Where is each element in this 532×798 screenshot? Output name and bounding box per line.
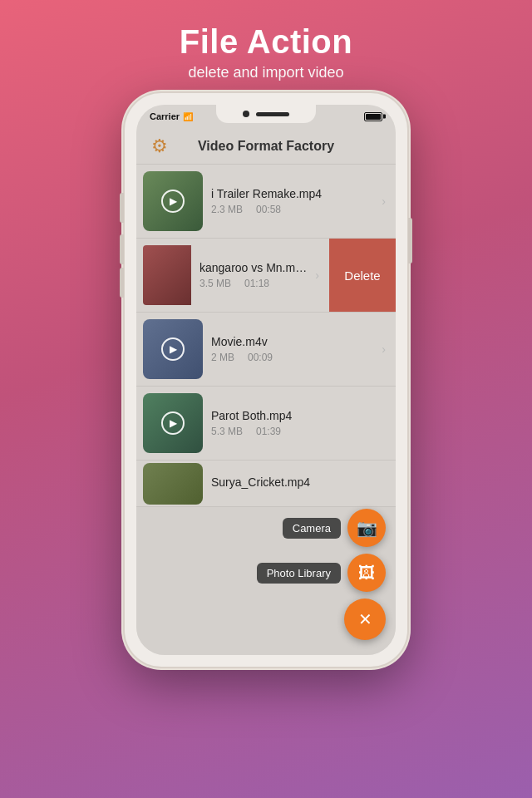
file-meta: 5.3 MB 01:39 bbox=[211, 426, 386, 437]
camera-label: Camera bbox=[283, 518, 341, 539]
page-header: File Action delete and import video bbox=[180, 0, 352, 93]
file-meta: 3.5 MB 01:18 bbox=[200, 278, 307, 289]
play-button[interactable]: ▶ bbox=[161, 337, 185, 361]
file-thumb: ▶ bbox=[143, 393, 203, 453]
phone-screen: Carrier 📶 4:37 PM ⚙ Video Format Factory bbox=[136, 105, 396, 655]
nav-bar: ⚙ Video Format Factory bbox=[136, 128, 396, 165]
file-duration: 00:58 bbox=[256, 204, 281, 215]
list-item[interactable]: Surya_Cricket.mp4 bbox=[136, 461, 396, 507]
front-camera-dot bbox=[243, 111, 249, 117]
file-info: Movie.m4v 2 MB 00:09 bbox=[211, 335, 373, 363]
file-thumb bbox=[143, 463, 203, 505]
file-list: ▶ i Trailer Remake.mp4 2.3 MB 00:58 › De… bbox=[136, 165, 396, 655]
battery-icon bbox=[364, 112, 382, 121]
fab-camera-row: Camera 📷 bbox=[283, 509, 386, 547]
photo-icon: 🖼 bbox=[358, 564, 375, 583]
fab-photo-row: Photo Library 🖼 bbox=[257, 554, 386, 592]
close-button[interactable]: ✕ bbox=[344, 598, 386, 640]
file-thumb: ▶ bbox=[143, 319, 203, 379]
speaker bbox=[256, 112, 289, 116]
chevron-right-icon: › bbox=[382, 195, 386, 208]
play-button[interactable]: ▶ bbox=[161, 411, 185, 435]
list-item[interactable]: Delete kangaroo vs Mn.mp4 3.5 MB 01:18 bbox=[136, 239, 396, 313]
photo-library-button[interactable]: 🖼 bbox=[347, 554, 386, 592]
list-item[interactable]: ▶ i Trailer Remake.mp4 2.3 MB 00:58 › bbox=[136, 165, 396, 239]
carrier-text: Carrier bbox=[150, 111, 180, 121]
file-name: kangaroo vs Mn.mp4 bbox=[200, 261, 307, 274]
file-size: 2 MB bbox=[211, 352, 234, 363]
file-size: 3.5 MB bbox=[200, 278, 231, 289]
file-name: i Trailer Remake.mp4 bbox=[211, 187, 373, 200]
file-name: Movie.m4v bbox=[211, 335, 373, 348]
nav-title: Video Format Factory bbox=[198, 139, 334, 154]
file-duration: 01:39 bbox=[256, 426, 281, 437]
file-duration: 01:18 bbox=[244, 278, 269, 289]
delete-button[interactable]: Delete bbox=[329, 239, 396, 312]
file-name: Parot Both.mp4 bbox=[211, 409, 386, 422]
chevron-right-icon: › bbox=[382, 342, 386, 356]
phone-notch bbox=[216, 105, 316, 123]
fab-close-row: ✕ bbox=[344, 598, 386, 640]
status-right bbox=[364, 112, 382, 121]
file-thumb: ▶ bbox=[143, 171, 203, 231]
file-size: 5.3 MB bbox=[211, 426, 243, 437]
file-name: Surya_Cricket.mp4 bbox=[211, 475, 386, 489]
battery-fill bbox=[366, 114, 381, 120]
file-meta: 2.3 MB 00:58 bbox=[211, 204, 373, 215]
file-info: kangaroo vs Mn.mp4 3.5 MB 01:18 bbox=[200, 261, 307, 289]
close-icon: ✕ bbox=[358, 609, 372, 629]
play-button[interactable]: ▶ bbox=[161, 190, 185, 213]
file-info: i Trailer Remake.mp4 2.3 MB 00:58 bbox=[211, 187, 373, 215]
file-meta: 2 MB 00:09 bbox=[211, 352, 373, 363]
file-thumb bbox=[143, 245, 191, 305]
file-info: Surya_Cricket.mp4 bbox=[211, 475, 386, 492]
wifi-icon: 📶 bbox=[183, 112, 193, 121]
camera-icon: 📷 bbox=[357, 518, 377, 538]
status-left: Carrier 📶 bbox=[150, 111, 193, 121]
phone-wrap: Carrier 📶 4:37 PM ⚙ Video Format Factory bbox=[125, 93, 407, 667]
list-item[interactable]: ▶ Movie.m4v 2 MB 00:09 › bbox=[136, 313, 396, 387]
fab-container: Camera 📷 Photo Library 🖼 ✕ bbox=[257, 509, 386, 640]
file-duration: 00:09 bbox=[248, 352, 273, 363]
camera-button[interactable]: 📷 bbox=[347, 509, 386, 547]
list-item[interactable]: ▶ Parot Both.mp4 5.3 MB 01:39 bbox=[136, 387, 396, 461]
photo-library-label: Photo Library bbox=[257, 563, 341, 584]
screen-inner: Carrier 📶 4:37 PM ⚙ Video Format Factory bbox=[136, 105, 396, 655]
page-title: File Action bbox=[180, 23, 352, 61]
file-info: Parot Both.mp4 5.3 MB 01:39 bbox=[211, 409, 386, 437]
chevron-right-icon: › bbox=[315, 268, 319, 282]
file-size: 2.3 MB bbox=[211, 204, 243, 215]
page-subtitle: delete and import video bbox=[180, 64, 352, 81]
gear-icon[interactable]: ⚙ bbox=[148, 135, 171, 158]
